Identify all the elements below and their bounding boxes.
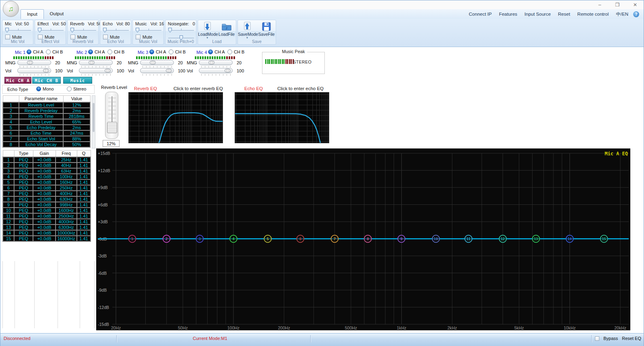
radio-icon[interactable] <box>149 49 154 54</box>
minimize-button[interactable]: – <box>595 2 604 8</box>
slider-thumb[interactable] <box>27 61 33 64</box>
loadfile-button[interactable]: ♪LoadFile <box>217 21 236 39</box>
eq-band-row[interactable]: 4PEQ+0.0dB100Hz1.41 <box>3 174 91 179</box>
savefile-button[interactable]: SaveFile <box>257 21 276 39</box>
parameter-row[interactable]: 4Echo Level65% <box>3 119 90 125</box>
tab-output[interactable]: Output <box>44 9 70 19</box>
volume-slider-music[interactable] <box>136 28 161 33</box>
eq-band-row[interactable]: 11PEQ+0.0dB2500Hz1.41 <box>3 213 91 219</box>
bypass-label[interactable]: Bypass <box>603 336 618 341</box>
mng-slider[interactable] <box>79 60 113 65</box>
eq-band-row[interactable]: 12PEQ+0.0dB4000Hz1.41 <box>3 219 91 224</box>
eq-band-row[interactable]: 6PEQ+0.0dB250Hz1.41 <box>3 185 91 191</box>
noisegate-slider[interactable] <box>168 28 194 33</box>
ch-a-radio[interactable]: CH A <box>88 49 105 54</box>
slider-thumb[interactable] <box>208 61 215 64</box>
bypass-checkbox[interactable] <box>595 336 599 341</box>
volume-slider-mic[interactable] <box>5 28 31 33</box>
radio-icon[interactable] <box>27 49 31 54</box>
slider-thumb[interactable] <box>38 28 41 33</box>
eq-band-row[interactable]: 5PEQ+0.0dB160Hz1.41 <box>3 179 91 185</box>
volume-slider-reverb[interactable] <box>70 28 96 33</box>
reverb-level-slider[interactable] <box>105 92 118 139</box>
app-logo-icon[interactable]: ♫ <box>3 1 19 17</box>
reverb-level-slider-thumb[interactable] <box>107 122 117 133</box>
slider-thumb[interactable] <box>89 61 95 64</box>
tab-input[interactable]: Input <box>21 9 44 19</box>
radio-icon[interactable] <box>67 86 72 91</box>
mng-slider[interactable] <box>199 60 233 65</box>
vol-slider[interactable] <box>79 68 113 73</box>
radio-icon[interactable] <box>227 49 232 54</box>
slider-thumb[interactable] <box>105 69 111 72</box>
eq-band-row[interactable]: 7PEQ+0.0dB400Hz1.41 <box>3 191 91 196</box>
volume-slider-echo[interactable] <box>103 28 129 33</box>
eq-band-row[interactable]: 14PEQ+0.0dB10000Hz1.41 <box>3 230 91 236</box>
help-icon[interactable]: ? <box>633 11 639 17</box>
radio-icon[interactable] <box>88 49 93 54</box>
mng-slider[interactable] <box>17 60 51 65</box>
echo-type-option-stereo[interactable]: Stereo <box>67 86 86 91</box>
slider-thumb[interactable] <box>150 61 156 64</box>
savemode-button[interactable]: SaveMode▾ <box>238 21 256 39</box>
eq-band-row[interactable]: 10PEQ+0.0dB1600Hz1.41 <box>3 208 91 213</box>
channel-tab-mic-ch-b[interactable]: Mic CH B <box>32 77 61 84</box>
loadmode-button[interactable]: LoadMode▾ <box>198 21 217 39</box>
close-button[interactable]: ✕ <box>631 2 640 8</box>
echo-eq-thumbnail[interactable] <box>235 92 329 143</box>
radio-icon[interactable] <box>46 49 51 54</box>
ch-a-radio[interactable]: CH A <box>27 49 43 54</box>
slider-thumb[interactable] <box>136 28 139 33</box>
parameter-row[interactable]: 5Echo Predelay2ms <box>3 125 90 130</box>
eq-band-row[interactable]: 8PEQ+0.0dB630Hz1.41 <box>3 196 91 202</box>
channel-tab-mic-ch-a[interactable]: Mic CH A <box>4 77 31 84</box>
slider-thumb[interactable] <box>168 28 172 33</box>
menu-item-connect-ip[interactable]: Connect IP <box>469 12 492 16</box>
mic-a-eq-graph[interactable]: +15dB+12dB+9dB+6dB+3dB-0dB-3dB-6dB-9dB-1… <box>96 148 630 330</box>
eq-band-row[interactable]: 15PEQ+0.0dB16000Hz1.41 <box>3 236 91 241</box>
vol-slider[interactable] <box>140 68 174 73</box>
reverb-eq-thumbnail[interactable] <box>128 92 223 143</box>
ch-a-radio[interactable]: CH A <box>208 49 225 54</box>
slider-thumb[interactable] <box>70 28 74 33</box>
menu-item-en[interactable]: 中/EN <box>616 11 628 17</box>
echo-type-option-mono[interactable]: Mono <box>36 86 54 91</box>
parameter-row[interactable]: 1Reverb Level12% <box>3 102 90 108</box>
radio-icon[interactable] <box>36 86 41 91</box>
eq-band-row[interactable]: 9PEQ+0.0dB998Hz1.41 <box>3 202 91 208</box>
radio-icon[interactable] <box>169 49 173 54</box>
maximize-button[interactable]: ❐ <box>613 2 622 8</box>
slider-thumb[interactable] <box>5 28 9 33</box>
menu-item-input-source[interactable]: Input Source <box>524 12 551 16</box>
channel-tab-music[interactable]: Music <box>63 77 92 84</box>
mng-slider[interactable] <box>140 60 174 65</box>
parameter-row[interactable]: 3Reverb Time2818ms <box>3 113 90 119</box>
slider-thumb[interactable] <box>43 69 49 72</box>
ch-a-radio[interactable]: CH A <box>149 49 166 54</box>
eq-band-row[interactable]: 2PEQ+0.0dB40Hz1.41 <box>3 163 91 168</box>
parameter-row[interactable]: 7Echo Start Vol88% <box>3 136 90 142</box>
parameter-table-scrollbar[interactable] <box>92 95 95 148</box>
parameter-row[interactable]: 8Echo Vol Decay50% <box>3 142 90 147</box>
ch-b-radio[interactable]: CH B <box>107 49 124 54</box>
menu-item-remote-control[interactable]: Remote control <box>577 12 609 16</box>
parameter-row[interactable]: 2Reverb Predelay2ms <box>3 108 90 113</box>
radio-icon[interactable] <box>208 49 213 54</box>
reset-eq-button[interactable]: Reset EQ <box>622 336 641 341</box>
vol-slider[interactable] <box>17 68 51 73</box>
slider-thumb[interactable] <box>103 28 107 33</box>
volume-slider-effect[interactable] <box>38 28 64 33</box>
ch-b-radio[interactable]: CH B <box>46 49 63 54</box>
eq-band-row[interactable]: 1PEQ+0.0dB25Hz1.41 <box>3 157 91 163</box>
eq-band-row[interactable]: 3PEQ+0.0dB63Hz1.41 <box>3 168 91 174</box>
radio-icon[interactable] <box>107 49 112 54</box>
ch-b-radio[interactable]: CH B <box>169 49 186 54</box>
slider-thumb[interactable] <box>166 69 172 72</box>
ch-b-radio[interactable]: CH B <box>227 49 244 54</box>
parameter-row[interactable]: 6Echo Time247ms <box>3 130 90 136</box>
menu-item-reset[interactable]: Reset <box>558 12 570 16</box>
vol-slider[interactable] <box>199 68 233 73</box>
slider-thumb[interactable] <box>225 69 231 72</box>
menu-item-features[interactable]: Features <box>499 12 517 16</box>
eq-band-row[interactable]: 13PEQ+0.0dB6300Hz1.41 <box>3 224 91 230</box>
